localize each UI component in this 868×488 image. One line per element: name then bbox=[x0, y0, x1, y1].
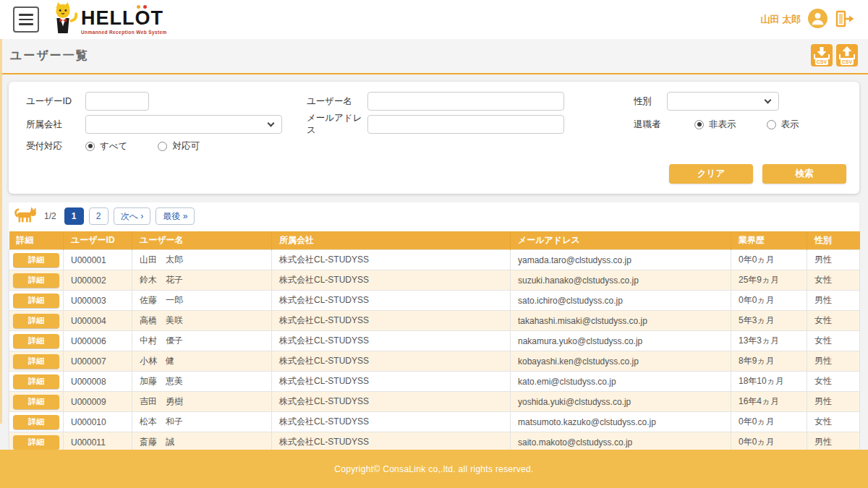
detail-button[interactable]: 詳細 bbox=[13, 334, 59, 348]
search-panel: ユーザーID ユーザー名 性別 所属会社 メールアドレス 退職者 非表示 表示 bbox=[9, 82, 859, 194]
cell-gender: 男性 bbox=[807, 250, 860, 270]
cell-gender: 女性 bbox=[807, 331, 860, 351]
cell-id: U000002 bbox=[64, 270, 132, 291]
cell-experience: 0年0ヵ月 bbox=[731, 412, 807, 432]
cell-gender: 女性 bbox=[807, 270, 860, 291]
person-circle-icon bbox=[808, 9, 827, 30]
svg-text:CSV: CSV bbox=[842, 59, 853, 64]
cell-detail: 詳細 bbox=[9, 291, 64, 311]
cell-name: 小林 健 bbox=[132, 351, 272, 372]
csv-download-icon: CSV bbox=[811, 58, 833, 69]
left-accent-strip bbox=[0, 39, 2, 424]
cell-email: sato.ichiro@clstudyss.co.jp bbox=[511, 291, 731, 311]
chevron-down-icon bbox=[268, 120, 275, 127]
cell-name: 松本 和子 bbox=[132, 412, 272, 432]
cell-experience: 5年3ヵ月 bbox=[731, 311, 807, 331]
csv-upload-button[interactable]: CSV bbox=[836, 44, 858, 69]
gender-label: 性別 bbox=[634, 95, 667, 108]
cell-detail: 詳細 bbox=[9, 351, 64, 372]
reception-all-radio[interactable]: すべて bbox=[85, 140, 127, 153]
search-button[interactable]: 検索 bbox=[762, 164, 846, 184]
cell-name: 加藤 恵美 bbox=[132, 372, 272, 392]
email-input[interactable] bbox=[367, 115, 564, 134]
cell-gender: 男性 bbox=[807, 291, 860, 311]
app-header: HELLOT Unmanned Reception Web System 山田 … bbox=[0, 0, 868, 39]
cell-id: U000010 bbox=[64, 412, 132, 432]
table-row: 詳細U000010松本 和子株式会社CL-STUDYSSmatsumoto.ka… bbox=[9, 412, 860, 432]
user-name-input[interactable] bbox=[367, 92, 564, 111]
cell-id: U000006 bbox=[64, 331, 132, 351]
retired-shown-radio[interactable]: 表示 bbox=[767, 119, 799, 131]
column-header-0: 詳細 bbox=[9, 231, 64, 250]
table-row: 詳細U000004高橋 美咲株式会社CL-STUDYSStakahashi.mi… bbox=[9, 311, 860, 331]
cell-gender: 女性 bbox=[807, 372, 860, 392]
csv-download-button[interactable]: CSV bbox=[811, 44, 833, 69]
cell-id: U000008 bbox=[64, 372, 132, 392]
user-table-header-row: 詳細ユーザーIDユーザー名所属会社メールアドレス業界歴性別 bbox=[9, 231, 860, 250]
cell-name: 中村 優子 bbox=[132, 331, 272, 351]
column-header-2: ユーザー名 bbox=[132, 231, 272, 250]
pagination-next-button[interactable]: 次へ › bbox=[114, 207, 151, 225]
detail-button[interactable]: 詳細 bbox=[13, 294, 59, 308]
page-title: ユーザー一覧 bbox=[10, 48, 89, 64]
cell-detail: 詳細 bbox=[9, 270, 64, 291]
pagination-last-button[interactable]: 最後 » bbox=[156, 207, 195, 225]
page-button-1[interactable]: 1 bbox=[64, 207, 84, 225]
detail-button[interactable]: 詳細 bbox=[13, 374, 59, 389]
logout-button[interactable] bbox=[835, 9, 855, 30]
reception-available-radio[interactable]: 対応可 bbox=[158, 140, 200, 153]
cell-detail: 詳細 bbox=[9, 311, 64, 331]
detail-button[interactable]: 詳細 bbox=[13, 253, 59, 267]
logo-title: HELLOT bbox=[81, 9, 167, 28]
cell-email: nakamura.yuko@clstudyss.co.jp bbox=[511, 331, 731, 351]
page-button-2[interactable]: 2 bbox=[89, 207, 109, 225]
column-header-6: 性別 bbox=[807, 231, 860, 250]
detail-button[interactable]: 詳細 bbox=[13, 273, 59, 288]
cell-id: U000007 bbox=[64, 351, 132, 372]
gender-select[interactable] bbox=[667, 92, 779, 111]
pagination-info: 1/2 bbox=[44, 211, 56, 221]
cell-experience: 18年10ヵ月 bbox=[731, 372, 807, 392]
table-row: 詳細U000009吉田 勇樹株式会社CL-STUDYSSyoshida.yuki… bbox=[9, 392, 860, 412]
cell-experience: 0年0ヵ月 bbox=[731, 250, 807, 270]
company-select[interactable] bbox=[85, 115, 282, 134]
table-row: 詳細U000008加藤 恵美株式会社CL-STUDYSSkato.emi@cls… bbox=[9, 372, 860, 392]
door-exit-icon bbox=[835, 9, 855, 30]
reception-label: 受付対応 bbox=[19, 140, 85, 153]
cell-company: 株式会社CL-STUDYSS bbox=[272, 392, 511, 412]
retired-hidden-radio-label: 非表示 bbox=[709, 119, 736, 131]
footer: Copyright© ConsaLink co,.ltd. all rights… bbox=[0, 450, 868, 488]
table-row: 詳細U000001山田 太郎株式会社CL-STUDYSSyamada.taro@… bbox=[9, 250, 860, 270]
pagination-pages: 12 bbox=[64, 207, 109, 225]
cell-email: kato.emi@clstudyss.co.jp bbox=[511, 372, 731, 392]
table-row: 詳細U000006中村 優子株式会社CL-STUDYSSnakamura.yuk… bbox=[9, 331, 860, 351]
account-button[interactable] bbox=[808, 9, 827, 30]
reception-all-radio-label: すべて bbox=[100, 140, 127, 153]
retired-hidden-radio[interactable]: 非表示 bbox=[694, 119, 736, 131]
detail-button[interactable]: 詳細 bbox=[13, 395, 59, 409]
hamburger-menu-button[interactable] bbox=[13, 7, 39, 33]
user-table: 詳細ユーザーIDユーザー名所属会社メールアドレス業界歴性別 詳細U000001山… bbox=[9, 231, 860, 453]
cell-name: 鈴木 花子 bbox=[132, 270, 272, 291]
cell-company: 株式会社CL-STUDYSS bbox=[272, 331, 511, 351]
user-id-input[interactable] bbox=[85, 92, 149, 111]
column-header-4: メールアドレス bbox=[511, 231, 731, 250]
cell-gender: 男性 bbox=[807, 351, 860, 372]
csv-upload-icon: CSV bbox=[836, 58, 858, 69]
detail-button[interactable]: 詳細 bbox=[13, 354, 59, 369]
pagination: 1/2 12 次へ › 最後 » bbox=[9, 202, 859, 231]
detail-button[interactable]: 詳細 bbox=[13, 435, 59, 450]
cell-id: U000004 bbox=[64, 311, 132, 331]
walking-cat-icon bbox=[14, 206, 38, 226]
column-header-1: ユーザーID bbox=[64, 231, 132, 250]
cell-company: 株式会社CL-STUDYSS bbox=[272, 372, 511, 392]
detail-button[interactable]: 詳細 bbox=[13, 314, 59, 328]
cell-gender: 女性 bbox=[807, 311, 860, 331]
cell-company: 株式会社CL-STUDYSS bbox=[272, 291, 511, 311]
cell-email: suzuki.hanako@clstudyss.co.jp bbox=[511, 270, 731, 291]
user-list-section: 1/2 12 次へ › 最後 » 詳細ユーザーIDユーザー名所属会社メールアドレ… bbox=[9, 202, 859, 453]
detail-button[interactable]: 詳細 bbox=[13, 415, 59, 429]
cell-experience: 25年9ヵ月 bbox=[731, 270, 807, 291]
cell-company: 株式会社CL-STUDYSS bbox=[272, 311, 511, 331]
clear-button[interactable]: クリア bbox=[669, 164, 753, 184]
